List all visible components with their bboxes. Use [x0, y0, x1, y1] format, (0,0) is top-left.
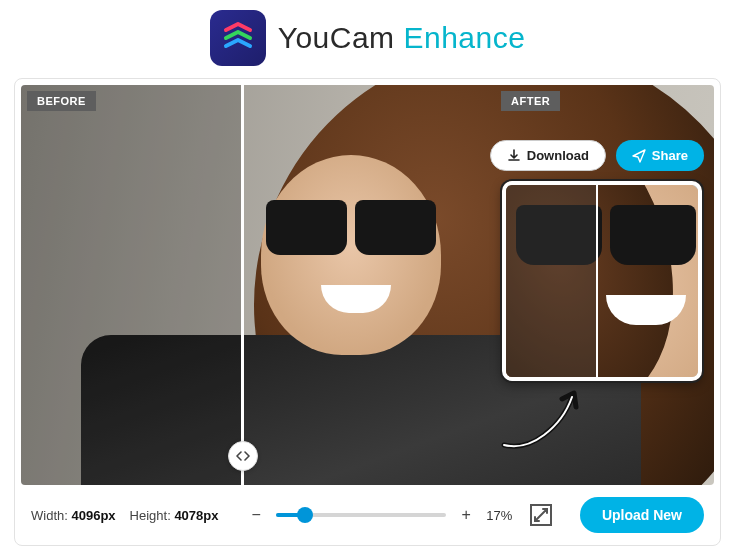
- height-value: 4078px: [174, 508, 218, 523]
- zoom-slider[interactable]: [276, 513, 446, 517]
- editor-panel: BEFORE AFTER Download Share: [14, 78, 721, 546]
- zoom-percent: 17%: [486, 508, 520, 523]
- brand-name: YouCam Enhance: [278, 21, 526, 55]
- zoom-slider-thumb[interactable]: [297, 507, 313, 523]
- zoom-preview: [502, 181, 702, 381]
- download-icon: [507, 149, 521, 163]
- expand-icon: [532, 506, 550, 524]
- download-label: Download: [527, 148, 589, 163]
- brand-name-part2: Enhance: [403, 21, 525, 54]
- compare-divider[interactable]: [241, 85, 244, 485]
- compare-slider-handle[interactable]: [228, 441, 258, 471]
- brand-header: YouCam Enhance: [0, 0, 735, 78]
- width-value: 4096px: [71, 508, 115, 523]
- paper-plane-icon: [632, 149, 646, 163]
- after-badge: AFTER: [501, 91, 560, 111]
- bottom-toolbar: Width: 4096px Height: 4078px − + 17% Upl…: [21, 485, 714, 539]
- zoom-controls: − + 17%: [232, 504, 565, 526]
- fullscreen-button[interactable]: [530, 504, 552, 526]
- callout-arrow-icon: [494, 385, 584, 455]
- before-badge: BEFORE: [27, 91, 96, 111]
- canvas-actions: Download Share: [490, 140, 704, 171]
- width-label: Width:: [31, 508, 68, 523]
- upload-new-button[interactable]: Upload New: [580, 497, 704, 533]
- left-right-arrows-icon: [236, 450, 250, 462]
- height-label: Height:: [130, 508, 171, 523]
- app-logo-icon: [210, 10, 266, 66]
- brand-name-part1: YouCam: [278, 21, 395, 54]
- share-label: Share: [652, 148, 688, 163]
- compare-canvas[interactable]: BEFORE AFTER Download Share: [21, 85, 714, 485]
- height-readout: Height: 4078px: [130, 508, 219, 523]
- share-button[interactable]: Share: [616, 140, 704, 171]
- download-button[interactable]: Download: [490, 140, 606, 171]
- zoom-out-button[interactable]: −: [246, 505, 266, 525]
- zoom-in-button[interactable]: +: [456, 505, 476, 525]
- width-readout: Width: 4096px: [31, 508, 116, 523]
